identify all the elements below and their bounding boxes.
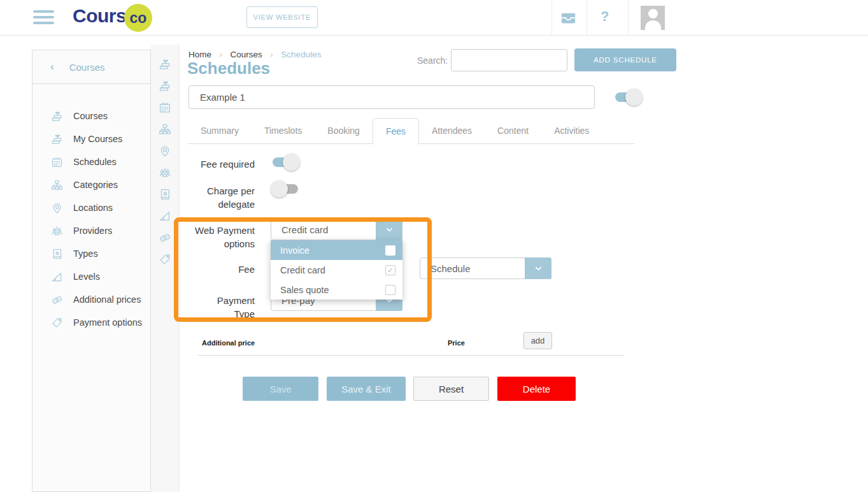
schedules-icon (50, 156, 64, 169)
additional-price-header: Additional price (202, 339, 255, 347)
top-header: Course co VIEW WEBSITE ? (0, 0, 868, 36)
fee-required-toggle[interactable] (271, 154, 300, 171)
dropdown-option-credit-card[interactable]: Credit card✓ (271, 260, 402, 280)
chevron-left-icon: ‹ (50, 61, 54, 73)
sidebar-item-label: My Courses (73, 134, 122, 144)
sidebar-item-label: Additional prices (73, 294, 141, 305)
checkbox-icon[interactable] (385, 245, 395, 256)
app-window: Course co VIEW WEBSITE ? ‹ Courses Cours… (0, 0, 868, 492)
breadcrumb-courses[interactable]: Courses (231, 50, 262, 59)
sidebar-item-additional-prices[interactable]: Additional prices (32, 288, 150, 311)
sidebar-item-schedules[interactable]: Schedules (32, 150, 150, 173)
categories-icon (50, 178, 64, 192)
my-courses-icon (50, 133, 64, 146)
tab-fees[interactable]: Fees (373, 118, 419, 145)
web-payment-dropdown: InvoiceCredit card✓Sales quote (271, 240, 402, 300)
dropdown-option-label: Credit card (280, 265, 325, 275)
rail-providers-icon[interactable] (151, 162, 179, 184)
chevron-down-icon[interactable] (376, 219, 402, 240)
tab-summary[interactable]: Summary (188, 118, 252, 143)
add-schedule-button[interactable]: ADD SCHEDULE (574, 48, 676, 71)
charge-per-delegate-toggle[interactable] (271, 180, 300, 198)
rail-categories-icon[interactable] (151, 119, 179, 140)
tab-booking[interactable]: Booking (315, 118, 373, 143)
dropdown-option-label: Invoice (280, 245, 309, 256)
sidebar-item-my-courses[interactable]: My Courses (32, 127, 150, 150)
sidebar-item-payment-options[interactable]: Payment options (32, 311, 150, 334)
search-input[interactable] (451, 49, 567, 71)
tab-activities[interactable]: Activities (541, 118, 602, 143)
providers-icon (50, 224, 64, 238)
header-divider (628, 0, 629, 35)
sidebar: ‹ Courses CoursesMy CoursesSchedulesCate… (32, 50, 151, 492)
tab-timeslots[interactable]: Timeslots (252, 118, 315, 143)
web-payment-options-label: Web Payment options (172, 224, 255, 250)
web-payment-selected-value: Credit card (271, 220, 376, 240)
sidebar-item-locations[interactable]: Locations (32, 196, 150, 219)
web-payment-select[interactable]: Credit card (271, 219, 402, 240)
fee-schedule-selected-value: Schedule (420, 258, 525, 279)
schedule-name-input[interactable] (189, 85, 595, 109)
view-website-button[interactable]: VIEW WEBSITE (246, 6, 318, 28)
tab-content[interactable]: Content (485, 118, 541, 143)
dropdown-option-invoice[interactable]: Invoice (271, 240, 402, 260)
search-label: Search: (417, 55, 448, 66)
price-header: Price (448, 339, 465, 347)
tab-bar: SummaryTimeslotsBookingFeesAttendeesCont… (188, 118, 602, 144)
fee-required-label: Fee required (178, 157, 255, 171)
save-button[interactable]: Save (243, 377, 318, 401)
sidebar-item-types[interactable]: Types (32, 242, 150, 265)
sidebar-item-label: Categories (73, 180, 118, 190)
dropdown-option-label: Sales quote (280, 285, 329, 295)
sidebar-back-label: Courses (69, 62, 105, 73)
breadcrumb: Home › Courses › Schedules (189, 50, 321, 59)
page-title: Schedules (187, 59, 270, 78)
dropdown-option-sales-quote[interactable]: Sales quote (271, 280, 402, 300)
reset-button[interactable]: Reset (413, 377, 489, 401)
sidebar-item-label: Providers (73, 226, 112, 236)
sidebar-item-label: Payment options (73, 317, 142, 328)
courses-icon (50, 110, 64, 123)
inbox-icon[interactable] (560, 10, 577, 29)
tab-attendees[interactable]: Attendees (419, 118, 485, 143)
hamburger-menu-icon[interactable] (33, 10, 54, 27)
schedule-enabled-toggle[interactable] (613, 89, 643, 106)
sidebar-menu: CoursesMy CoursesSchedulesCategoriesLoca… (32, 105, 150, 334)
charge-per-delegate-label: Charge per delegate (172, 184, 255, 211)
checkbox-icon[interactable]: ✓ (385, 265, 395, 275)
checkbox-icon[interactable] (385, 285, 395, 295)
fee-label: Fee (191, 263, 255, 276)
sidebar-item-label: Locations (73, 203, 113, 213)
locations-icon (50, 201, 64, 215)
rail-courses-icon[interactable] (151, 54, 179, 75)
help-icon[interactable]: ? (601, 8, 609, 25)
levels-icon (50, 270, 64, 284)
fee-schedule-select[interactable]: Schedule (420, 257, 551, 279)
sidebar-item-providers[interactable]: Providers (32, 219, 150, 242)
sidebar-item-label: Levels (73, 271, 100, 282)
chevron-down-icon[interactable] (525, 257, 551, 279)
sidebar-item-levels[interactable]: Levels (32, 265, 150, 288)
table-divider (197, 355, 624, 356)
rail-payment-options-icon[interactable] (151, 249, 179, 270)
sidebar-item-label: Schedules (73, 157, 117, 167)
breadcrumb-schedules[interactable]: Schedules (281, 50, 321, 59)
rail-my-courses-icon[interactable] (151, 75, 179, 97)
sidebar-back-link[interactable]: ‹ Courses (32, 50, 150, 84)
save-exit-button[interactable]: Save & Exit (327, 377, 406, 401)
icon-rail (151, 45, 180, 492)
rail-schedules-icon[interactable] (151, 97, 179, 119)
sidebar-item-categories[interactable]: Categories (32, 173, 150, 196)
breadcrumb-home[interactable]: Home (189, 50, 211, 59)
additional-prices-icon (50, 293, 64, 307)
header-divider (587, 0, 587, 35)
sidebar-item-label: Types (73, 249, 98, 259)
rail-locations-icon[interactable] (151, 140, 179, 162)
payment-type-label: Payment Type (197, 294, 255, 321)
payment-options-icon (50, 316, 64, 329)
sidebar-item-courses[interactable]: Courses (32, 105, 150, 127)
delete-button[interactable]: Delete (497, 377, 576, 401)
user-avatar[interactable] (641, 6, 665, 30)
add-price-button[interactable]: add (523, 332, 552, 349)
header-divider (551, 0, 552, 35)
